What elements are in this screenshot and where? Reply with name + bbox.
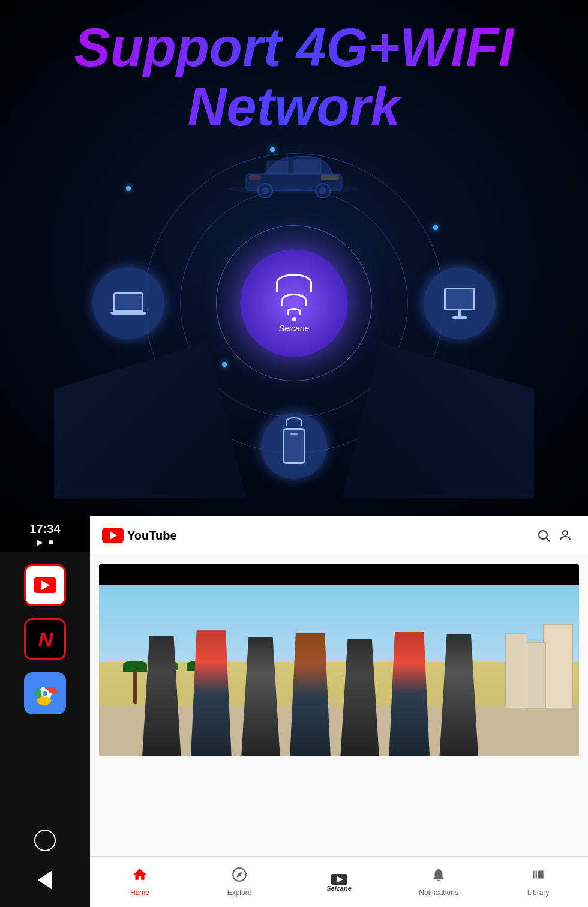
monitor-satellite <box>424 267 496 339</box>
seicane-brand-label: Seicane <box>326 885 352 892</box>
nav-item-notifications[interactable]: Notifications <box>389 867 488 897</box>
app-list: N <box>0 552 90 825</box>
headline-text: Support 4G+WIFI Network <box>0 18 588 137</box>
status-icons: ▶ ■ <box>37 537 53 547</box>
dancer-1 <box>137 636 186 756</box>
monitor-icon <box>444 288 475 319</box>
yt-icon-inner <box>26 566 64 604</box>
svg-rect-3 <box>294 160 321 173</box>
svg-point-14 <box>539 531 547 539</box>
status-bar: 17:34 ▶ ■ <box>0 516 90 552</box>
dancer-4 <box>286 633 335 756</box>
youtube-wordmark: YouTube <box>127 529 177 543</box>
search-button[interactable] <box>533 525 554 546</box>
dancer-2 <box>187 630 236 756</box>
wifi-center-circle: Seicane <box>240 249 348 357</box>
dancers-row <box>137 619 483 756</box>
video-area <box>90 555 588 856</box>
bluetooth-icon: ▶ <box>37 537 43 547</box>
top-hero-section: Support 4G+WIFI Network <box>0 0 588 516</box>
nav-item-home[interactable]: Home <box>90 867 190 897</box>
time-display: 17:34 <box>29 522 60 536</box>
subscriptions-icon <box>330 872 348 885</box>
laptop-satellite <box>92 267 164 339</box>
account-icon <box>558 528 572 543</box>
signal-arc <box>286 417 302 426</box>
main-content: YouTube <box>90 516 588 907</box>
buildings <box>501 612 579 708</box>
youtube-header: YouTube <box>90 516 588 555</box>
nav-item-explore[interactable]: Explore <box>190 867 289 897</box>
circle-nav-icon <box>34 830 56 851</box>
youtube-icon <box>102 528 124 543</box>
wifi-icon <box>276 274 312 321</box>
android-ui-section: 17:34 ▶ ■ N <box>0 516 588 907</box>
video-black-bar <box>99 564 579 585</box>
svg-line-15 <box>547 538 550 542</box>
youtube-logo: YouTube <box>102 528 177 543</box>
chrome-app-icon[interactable] <box>24 672 66 714</box>
svg-rect-9 <box>249 175 261 180</box>
phone-satellite <box>261 413 327 479</box>
video-thumbnail[interactable] <box>99 564 579 756</box>
library-label: Library <box>527 888 550 897</box>
back-nav-button[interactable] <box>30 865 60 895</box>
youtube-app-icon[interactable] <box>24 564 66 606</box>
home-nav-button[interactable] <box>30 825 60 855</box>
headline: Support 4G+WIFI Network <box>0 0 588 137</box>
account-button[interactable] <box>554 525 576 546</box>
home-label: Home <box>130 888 149 897</box>
svg-point-7 <box>319 187 326 194</box>
dancer-3 <box>236 637 285 756</box>
laptop-icon <box>110 292 146 315</box>
netflix-app-icon[interactable]: N <box>24 618 66 660</box>
library-icon <box>530 867 546 886</box>
nav-center-logo: Seicane <box>289 872 389 892</box>
seicane-center-label: Seicane <box>279 324 310 333</box>
chrome-icon-svg <box>32 680 58 707</box>
car-silhouette <box>228 144 360 200</box>
bottom-nav-bar: Home Explore Se <box>90 856 588 907</box>
glow-dot-3 <box>222 362 227 367</box>
home-icon <box>132 867 148 886</box>
svg-point-13 <box>43 691 47 696</box>
sidebar: 17:34 ▶ ■ N <box>0 516 90 907</box>
explore-icon <box>232 867 247 886</box>
nav-item-library[interactable]: Library <box>488 867 588 897</box>
search-icon <box>536 528 551 543</box>
svg-point-16 <box>563 531 568 535</box>
notifications-icon <box>431 867 446 886</box>
explore-label: Explore <box>227 888 252 897</box>
nav-buttons <box>0 825 90 907</box>
back-arrow-icon <box>38 870 52 890</box>
dancer-6 <box>385 632 434 756</box>
dancer-5 <box>335 639 384 756</box>
svg-rect-2 <box>267 161 288 173</box>
phone-icon <box>283 428 305 464</box>
svg-rect-8 <box>321 175 339 180</box>
dancer-7 <box>434 634 483 756</box>
glow-dot-1 <box>126 186 131 191</box>
svg-point-5 <box>262 187 269 194</box>
glow-dot-2 <box>433 225 438 230</box>
netflix-n-letter: N <box>38 628 52 651</box>
play-triangle-icon <box>110 531 117 540</box>
wifi-status-icon: ■ <box>48 537 53 547</box>
svg-marker-18 <box>236 872 242 877</box>
dashboard-scene: Seicane <box>54 108 534 498</box>
notifications-label: Notifications <box>419 888 458 897</box>
